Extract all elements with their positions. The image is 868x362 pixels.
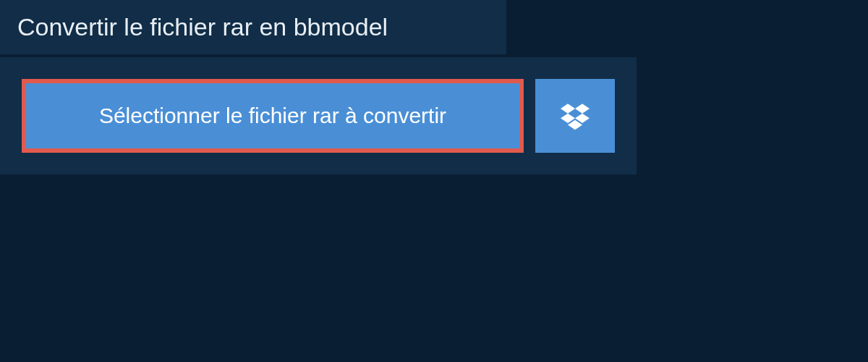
upload-panel: Sélectionner le fichier rar à convertir — [0, 57, 637, 174]
select-file-label: Sélectionner le fichier rar à convertir — [99, 104, 446, 128]
select-file-button[interactable]: Sélectionner le fichier rar à convertir — [22, 79, 524, 153]
page-header: Convertir le fichier rar en bbmodel — [0, 0, 506, 54]
dropbox-upload-button[interactable] — [535, 79, 615, 153]
page-title: Convertir le fichier rar en bbmodel — [17, 13, 489, 41]
dropbox-icon — [561, 101, 590, 130]
